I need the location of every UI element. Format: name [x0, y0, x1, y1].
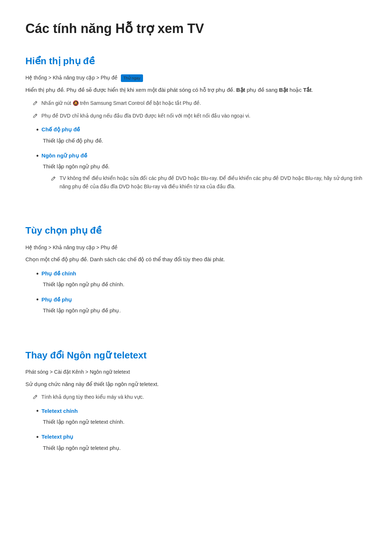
bullet-desc: Thiết lập ngôn ngữ phụ đề chính. [43, 280, 367, 289]
breadcrumb-separator: > [96, 75, 99, 81]
sub-note-text: TV không thể điều khiển hoặc sửa đổi các… [60, 174, 367, 190]
bullet-title: Phụ đề chính [36, 268, 367, 279]
bullet-item-0: Chế độ phụ đềThiết lập chế độ phụ đề. [36, 124, 367, 145]
breadcrumb-separator: > [85, 369, 88, 375]
note-item-1: Phụ đề DVD chỉ khả dụng nếu đầu đĩa DVD … [33, 112, 367, 121]
bullet-item-1: Phụ đề phụThiết lập ngôn ngữ phụ đề phụ. [36, 294, 367, 315]
bullet-title: Phụ đề phụ [36, 294, 367, 305]
sub-note: TV không thể điều khiển hoặc sửa đổi các… [51, 174, 367, 190]
bullet-list: Phụ đề chínhThiết lập ngôn ngữ phụ đề ch… [36, 268, 367, 315]
section-thay-doi-ngon-ngu-teletext: Thay đổi Ngôn ngữ teletextPhát sóng > Cà… [25, 348, 367, 453]
bullet-title: Teletext phụ [36, 432, 367, 442]
bullet-item-1: Teletext phụThiết lập ngôn ngữ teletext … [36, 432, 367, 453]
pencil-icon [33, 393, 38, 402]
bullet-desc: Thiết lập ngôn ngữ teletext phụ. [43, 444, 367, 453]
note-text: Nhấn giữ nút 🔕 trên Samsung Smart Contro… [41, 99, 201, 107]
breadcrumb-separator: > [48, 245, 51, 250]
breadcrumb-separator: > [96, 245, 99, 250]
bullet-desc: Thiết lập chế độ phụ đề. [43, 136, 367, 145]
pencil-icon [33, 112, 38, 121]
note-text: Tính khả dụng tùy theo kiểu máy và khu v… [41, 393, 144, 401]
section-intro: Hiển thị phụ đề. Phụ đề sẽ được hiển thị… [25, 86, 367, 95]
bullet-item-0: Teletext chínhThiết lập ngôn ngữ teletex… [36, 406, 367, 427]
bullet-desc: Thiết lập ngôn ngữ phụ đề. [43, 162, 367, 171]
breadcrumb-separator: > [48, 75, 51, 81]
breadcrumb: Hệ thống > Khả năng truy cập > Phụ đề [25, 243, 367, 251]
breadcrumb: Hệ thống > Khả năng truy cập > Phụ đề Th… [25, 74, 367, 82]
bullet-list: Teletext chínhThiết lập ngôn ngữ teletex… [36, 406, 367, 452]
note-item-0: Nhấn giữ nút 🔕 trên Samsung Smart Contro… [33, 99, 367, 108]
breadcrumb-item: Phụ đề [101, 245, 118, 250]
section-intro: Chọn một chế độ phụ đề. Danh sách các ch… [25, 255, 367, 264]
breadcrumb-item: Khả năng truy cập [53, 245, 95, 250]
breadcrumb-item: Phát sóng [25, 369, 48, 375]
breadcrumb-item: Hệ thống [25, 245, 47, 250]
page-title: Các tính năng Hỗ trợ xem TV [25, 18, 367, 39]
content-area: Hiển thị phụ đềHệ thống > Khả năng truy … [25, 54, 367, 453]
breadcrumb-item: Ngôn ngữ teletext [90, 369, 130, 375]
breadcrumb: Phát sóng > Cài đặt Kênh > Ngôn ngữ tele… [25, 368, 367, 376]
bullet-item-0: Phụ đề chínhThiết lập ngôn ngữ phụ đề ch… [36, 268, 367, 290]
breadcrumb-item: Khả năng truy cập [53, 75, 95, 81]
bullet-title: Chế độ phụ đề [36, 124, 367, 135]
bullet-desc: Thiết lập ngôn ngữ phụ đề phụ. [43, 306, 367, 315]
section-heading-1: Tùy chọn phụ đề [25, 223, 367, 238]
bullet-title: Teletext chính [36, 406, 367, 416]
bullet-desc: Thiết lập ngôn ngữ teletext chính. [43, 418, 367, 427]
breadcrumb-separator: > [50, 369, 53, 375]
bullet-item-1: Ngôn ngữ phụ đềThiết lập ngôn ngữ phụ đề… [36, 151, 367, 190]
breadcrumb-item: Cài đặt Kênh [54, 369, 84, 375]
section-tuy-chon-phu-de: Tùy chọn phụ đềHệ thống > Khả năng truy … [25, 223, 367, 315]
section-heading-2: Thay đổi Ngôn ngữ teletext [25, 348, 367, 363]
section-heading-0: Hiển thị phụ đề [25, 54, 367, 69]
breadcrumb-item: Hệ thống [25, 75, 47, 81]
section-intro: Sử dụng chức năng này để thiết lập ngôn … [25, 380, 367, 389]
badge: Thử ngay [121, 74, 143, 82]
bullet-title: Ngôn ngữ phụ đề [36, 151, 367, 161]
note-text: Phụ đề DVD chỉ khả dụng nếu đầu đĩa DVD … [41, 112, 250, 120]
note-item-0: Tính khả dụng tùy theo kiểu máy và khu v… [33, 393, 367, 402]
bullet-list: Chế độ phụ đềThiết lập chế độ phụ đề.Ngô… [36, 124, 367, 190]
breadcrumb-item: Phụ đề [101, 75, 118, 81]
section-hien-thi-phu-de: Hiển thị phụ đềHệ thống > Khả năng truy … [25, 54, 367, 190]
pencil-icon [33, 99, 38, 108]
pencil-icon [51, 175, 56, 184]
